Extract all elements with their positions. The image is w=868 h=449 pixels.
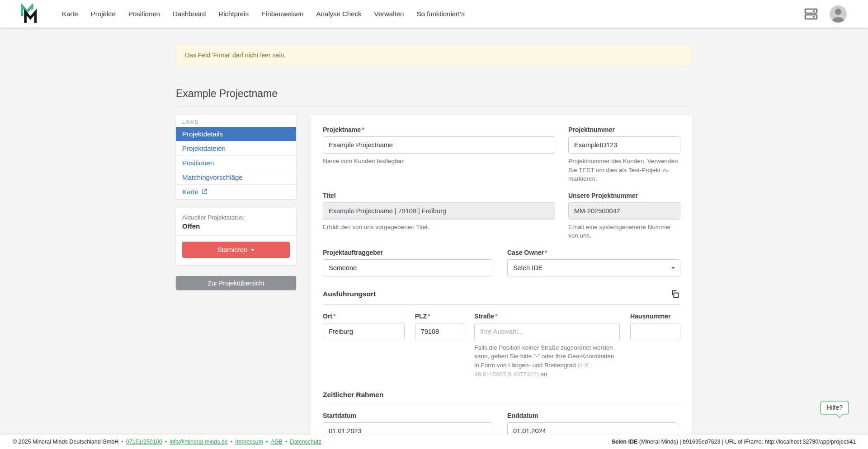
status-divider [176, 235, 296, 236]
projektname-label: Projektname* [323, 126, 555, 133]
footer-separator: • [121, 439, 123, 445]
sidebar-item-karte[interactable]: Karte [176, 184, 296, 199]
sidebar-item-label: Projektdetails [182, 130, 223, 138]
titel-label: Titel [323, 192, 555, 199]
projektauftraggeber-label: Projektauftraggeber [323, 249, 492, 256]
section-divider [323, 304, 680, 305]
sidebar-item-label: Matchingvorschläge [182, 173, 242, 181]
section-title-ausfuehrungsort: Ausführungsort [323, 290, 376, 298]
nav-item-verwalten[interactable]: Verwalten [374, 10, 404, 18]
required-asterisk: * [495, 313, 497, 320]
footer-session-details: (Mineral Minds) | b91695ed7623 | URL of … [637, 439, 856, 445]
required-asterisk: * [428, 313, 430, 320]
sidebar: LINKS Projektdetails Projektdateien Posi… [176, 115, 296, 290]
nav-links: Karte Projekte Positionen Dashboard Rich… [62, 10, 465, 18]
nav-item-positionen[interactable]: Positionen [128, 10, 160, 18]
projektauftraggeber-input[interactable] [323, 259, 492, 276]
footer-separator: • [231, 439, 232, 445]
footer-user: Selen IDE [612, 439, 638, 445]
nav-item-projekte[interactable]: Projekte [91, 10, 116, 18]
titel-input [323, 202, 555, 220]
nav-item-karte[interactable]: Karte [62, 10, 78, 18]
hausnummer-input[interactable] [630, 323, 680, 340]
copy-icon[interactable] [670, 289, 680, 299]
nav-item-richtpreis[interactable]: Richtpreis [218, 10, 249, 18]
hausnummer-label: Hausnummer [630, 313, 680, 320]
status-label: Aktueller Projektstatus: [182, 214, 290, 221]
ort-label: Ort* [323, 313, 405, 320]
project-form-card: Projektname* Name vom Kunden festlegbar … [311, 115, 692, 449]
person-icon [830, 5, 847, 23]
footer-link-agb[interactable]: AGB [270, 439, 282, 445]
page-title: Example Projectname [176, 88, 692, 107]
projektname-input[interactable] [323, 136, 555, 154]
footer-link-impressum[interactable]: Impressum [235, 439, 263, 445]
sidebar-item-label: Karte [182, 188, 198, 196]
help-button[interactable]: Hilfe? [820, 401, 849, 415]
section-divider [323, 404, 680, 404]
projektnummer-help: Projektnummer des Kunden. Verwenden Sie … [568, 157, 680, 183]
sidebar-item-label: Positionen [182, 159, 214, 167]
links-card-header: LINKS [176, 115, 296, 127]
footer-separator: • [165, 439, 167, 445]
nav-item-so-funktionierts[interactable]: So funktioniert's [416, 10, 464, 18]
footer-link-phone[interactable]: 07151/250100 [126, 439, 162, 445]
footer: © 2025 Mineral Minds Deutschland GmbH • … [0, 435, 868, 449]
sidebar-item-projektdateien[interactable]: Projektdateien [176, 141, 296, 155]
sidebar-item-projektdetails[interactable]: Projektdetails [176, 127, 296, 141]
startdatum-label: Startdatum [323, 412, 492, 419]
strasse-help: Falls die Position keiner Straße zugeord… [474, 343, 620, 379]
nav-item-dashboard[interactable]: Dashboard [173, 10, 206, 18]
footer-link-datenschutz[interactable]: Datenschutz [290, 439, 321, 445]
footer-link-email[interactable]: info@mineral-minds.de [170, 439, 228, 445]
required-asterisk: * [362, 126, 364, 133]
unsere-projektnummer-input [568, 202, 680, 220]
server-stack-icon[interactable] [803, 7, 819, 21]
projektname-help: Name vom Kunden festlegbar [323, 157, 555, 166]
nav-right [803, 5, 847, 23]
case-owner-selected-value: Selen IDE [513, 264, 542, 271]
titel-help: Erhält den von uns vorgegebenen Titel. [323, 223, 555, 232]
links-card: LINKS Projektdetails Projektdateien Posi… [176, 115, 296, 199]
required-asterisk: * [545, 249, 547, 256]
case-owner-select[interactable]: Selen IDE [507, 259, 680, 276]
sidebar-item-label: Projektdateien [182, 145, 226, 152]
brand-logo[interactable] [20, 4, 37, 24]
chevron-down-icon [671, 267, 675, 269]
warning-alert: Das Feld 'Firma' darf nicht leer sein. [176, 44, 692, 66]
case-owner-label: Case Owner* [507, 249, 680, 256]
status-value: Offen [182, 222, 290, 230]
stornieren-button[interactable]: Stornieren [182, 242, 290, 258]
required-asterisk: * [333, 313, 335, 320]
projektnummer-label: Projektnummer [568, 126, 680, 133]
ort-input[interactable] [323, 323, 405, 340]
caret-down-icon [251, 249, 255, 251]
mineral-minds-logo-icon [20, 4, 37, 24]
sidebar-item-matchingvorschlaege[interactable]: Matchingvorschläge [176, 170, 296, 184]
unsere-projektnummer-help: Erhält eine systemgenerierte Nummer von … [568, 223, 680, 240]
footer-left: © 2025 Mineral Minds Deutschland GmbH • … [13, 439, 321, 445]
project-overview-button[interactable]: Zur Projektübersicht [176, 276, 296, 290]
plz-input[interactable] [415, 323, 464, 340]
plz-label: PLZ* [415, 313, 464, 320]
enddatum-label: Enddatum [507, 412, 677, 419]
strasse-label: Straße* [474, 313, 620, 320]
footer-separator: • [266, 439, 268, 445]
status-card: Aktueller Projektstatus: Offen Storniere… [176, 208, 296, 265]
unsere-projektnummer-label: Unsere Projektnummer [568, 192, 680, 199]
stornieren-button-label: Stornieren [217, 246, 248, 253]
projektnummer-input[interactable] [568, 136, 680, 154]
nav-item-analyse-check[interactable]: Analyse Check [316, 10, 361, 18]
sidebar-item-positionen[interactable]: Positionen [176, 155, 296, 170]
footer-copyright: © 2025 Mineral Minds Deutschland GmbH [13, 439, 118, 445]
section-title-zeitlicher-rahmen: Zeitlicher Rahmen [323, 391, 383, 399]
user-avatar[interactable] [830, 5, 847, 23]
content-area: Das Feld 'Firma' darf nicht leer sein. E… [0, 44, 868, 449]
top-navbar: Karte Projekte Positionen Dashboard Rich… [0, 0, 868, 28]
footer-separator: • [285, 439, 287, 445]
nav-item-einbauweisen[interactable]: Einbauweisen [261, 10, 303, 18]
external-link-icon [202, 189, 208, 195]
footer-session-info: Selen IDE (Mineral Minds) | b91695ed7623… [612, 439, 856, 445]
strasse-input[interactable] [474, 323, 620, 340]
